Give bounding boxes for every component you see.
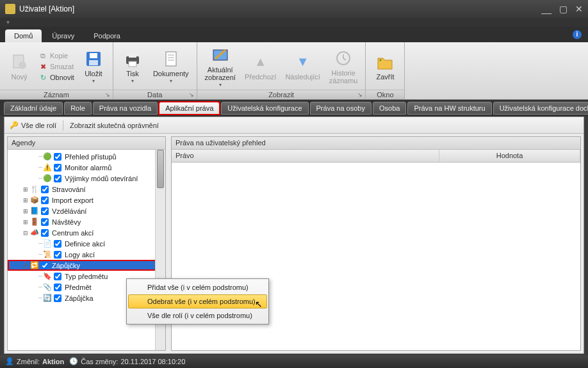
tree-checkbox[interactable]	[41, 207, 49, 215]
tree-item[interactable]: ┈⚠️Monitor alarmů	[8, 162, 165, 173]
ulozit-button[interactable]: Uložit ▾	[78, 45, 109, 88]
tree-checkbox[interactable]	[54, 175, 61, 182]
history-icon	[334, 49, 352, 67]
refresh-icon: ↻	[38, 73, 47, 82]
scrollbar-thumb[interactable]	[157, 150, 164, 188]
subtabs: Základní údaje Role Práva na vozidla Apl…	[0, 100, 588, 116]
svg-rect-7	[129, 61, 136, 67]
tree-checkbox[interactable]	[54, 153, 61, 161]
nasledujici-button[interactable]: ▼ Následující	[281, 45, 323, 88]
prev-icon: ▲	[252, 53, 270, 71]
tab-domu[interactable]: Domů	[5, 29, 42, 42]
delete-icon: ✖	[38, 62, 47, 71]
tree-checkbox[interactable]	[41, 186, 49, 193]
ctx-vse-dle-roli[interactable]: Vše dle rolí (i v celém podstromu)	[128, 308, 267, 323]
view-icon	[211, 46, 229, 64]
expand-icon[interactable]: ⊞	[22, 186, 29, 193]
tree-label: Stravování	[51, 185, 87, 194]
tab-podpora[interactable]: Podpora	[85, 29, 129, 42]
tree-item[interactable]: ┈📄Definice akcí	[8, 238, 165, 249]
tree-node-icon: 📎	[42, 283, 53, 292]
tree-node-icon: ⚠️	[42, 163, 53, 172]
collapse-icon[interactable]: ⊟	[22, 262, 29, 269]
collapse-icon[interactable]: ⊟	[22, 230, 29, 236]
body: 🔑 Vše dle rolí Zobrazit skutečná oprávně…	[4, 116, 584, 354]
group-zobrazit: Aktuální zobrazení ▾ ▲ Předchozí ▼ Násle…	[197, 42, 366, 99]
titlebar: Uživatel [Aktion] __ ▢ ✕	[0, 0, 588, 18]
dropdown-icon: ▾	[131, 78, 134, 84]
tree-label: Vzdělávání	[51, 207, 88, 216]
col-pravo[interactable]: Právo	[172, 150, 439, 162]
tree-checkbox[interactable]	[54, 164, 61, 172]
tree-checkbox[interactable]	[54, 251, 61, 259]
tree-checkbox[interactable]	[41, 229, 49, 237]
subtab-uziv-konfigurace[interactable]: Uživatelská konfigurace	[221, 102, 308, 115]
tree-node-icon: 📄	[42, 239, 53, 248]
tree-item[interactable]: ⊟🔁Zápůjčky	[8, 260, 165, 271]
maximize-button[interactable]: ▢	[559, 4, 568, 14]
kopie-button[interactable]: ⧉Kopie	[36, 51, 77, 61]
tree-item[interactable]: ┈📜Logy akcí	[8, 249, 165, 260]
tree-checkbox[interactable]	[54, 294, 61, 302]
group-launcher-icon[interactable]: ↘	[357, 92, 363, 98]
expand-icon[interactable]: ⊞	[22, 219, 29, 225]
tree-node-icon: 📘	[29, 207, 40, 216]
subtab-role[interactable]: Role	[64, 102, 92, 115]
subtab-prava-vozidla[interactable]: Práva na vozidla	[93, 102, 158, 115]
time-value: 20.11.2017 08:10:20	[120, 358, 185, 365]
tab-upravy[interactable]: Úpravy	[43, 29, 83, 42]
subtab-aplikacni-prava[interactable]: Aplikační práva	[159, 102, 220, 115]
group-launcher-icon[interactable]: ↘	[105, 92, 110, 98]
subtab-prava-hw[interactable]: Práva na HW strukturu	[407, 102, 491, 115]
roles-icon: 🔑	[10, 121, 19, 129]
vse-dle-roli-button[interactable]: 🔑 Vše dle rolí	[10, 121, 56, 129]
predchozi-button[interactable]: ▲ Předchozí	[241, 45, 281, 88]
ctx-odebrat-vse[interactable]: Odebrat vše (i v celém podstromu) ↖	[128, 294, 267, 308]
tree-item[interactable]: ⊟📣Centrum akcí	[8, 227, 165, 238]
expand-icon[interactable]: ⊞	[22, 197, 29, 204]
subtab-osoba[interactable]: Osoba	[373, 102, 406, 115]
historie-button[interactable]: Historie záznamu	[325, 45, 362, 88]
zobrazit-opravneni-button[interactable]: Zobrazit skutečná oprávnění	[70, 122, 159, 129]
tree-label: Monitor alarmů	[63, 163, 113, 172]
minimize-button[interactable]: __	[541, 4, 551, 14]
help-icon[interactable]: i	[573, 30, 582, 39]
tree-checkbox[interactable]	[54, 284, 61, 291]
save-icon	[85, 50, 102, 68]
tree-item[interactable]: ⊞🚪Návštěvy	[8, 216, 165, 227]
tree-checkbox[interactable]	[54, 273, 61, 280]
dropdown-icon: ▾	[219, 82, 222, 88]
col-hodnota[interactable]: Hodnota	[439, 150, 580, 162]
close-button[interactable]: ✕	[575, 4, 583, 14]
tisk-button[interactable]: Tisk ▾	[117, 45, 148, 88]
ctx-pridat-vse[interactable]: Přidat vše (i v celém podstromu)	[128, 280, 267, 294]
group-data: Tisk ▾ Dokumenty ▾ Data↘	[113, 42, 197, 99]
obnovit-button[interactable]: ↻Obnovit	[36, 72, 77, 83]
tree-item[interactable]: ⊞📘Vzdělávání	[8, 205, 165, 216]
tree-checkbox[interactable]	[41, 196, 49, 204]
tree-label: Zápůjčka	[63, 294, 95, 303]
smazat-button[interactable]: ✖Smazat	[36, 61, 77, 72]
group-okno: Zavřít Okno	[366, 42, 405, 99]
svg-rect-4	[89, 60, 98, 65]
zavrit-button[interactable]: Zavřít	[370, 45, 400, 88]
tree-item[interactable]: ┈🟢Výjimky módů otevírání	[8, 173, 165, 184]
qat-dropdown-icon[interactable]: ▾	[6, 19, 10, 26]
tree-item[interactable]: ⊞🍴Stravování	[8, 184, 165, 195]
subtab-uziv-konf-docha[interactable]: Uživatelská konfigurace docha	[493, 102, 588, 115]
tree-checkbox[interactable]	[54, 240, 61, 248]
tree-item[interactable]: ┈🟢Přehled přístupů	[8, 151, 165, 162]
group-launcher-icon[interactable]: ↘	[189, 92, 194, 98]
aktualni-zobrazeni-button[interactable]: Aktuální zobrazení ▾	[201, 45, 240, 88]
expand-icon[interactable]: ⊞	[22, 208, 29, 214]
tree-item[interactable]: ⊞📦Import export	[8, 195, 165, 205]
ribbon-tabs: Domů Úpravy Podpora i	[0, 27, 588, 42]
tree-checkbox[interactable]	[41, 262, 49, 269]
tree-checkbox[interactable]	[41, 218, 49, 226]
subtab-zakladni[interactable]: Základní údaje	[4, 102, 63, 115]
novy-button[interactable]: Nový	[4, 45, 35, 88]
tree-node-icon: 📜	[42, 250, 53, 259]
group-label-zobrazit: Zobrazit	[268, 91, 294, 99]
dokumenty-button[interactable]: Dokumenty ▾	[149, 45, 193, 88]
subtab-prava-osoby[interactable]: Práva na osoby	[310, 102, 372, 115]
